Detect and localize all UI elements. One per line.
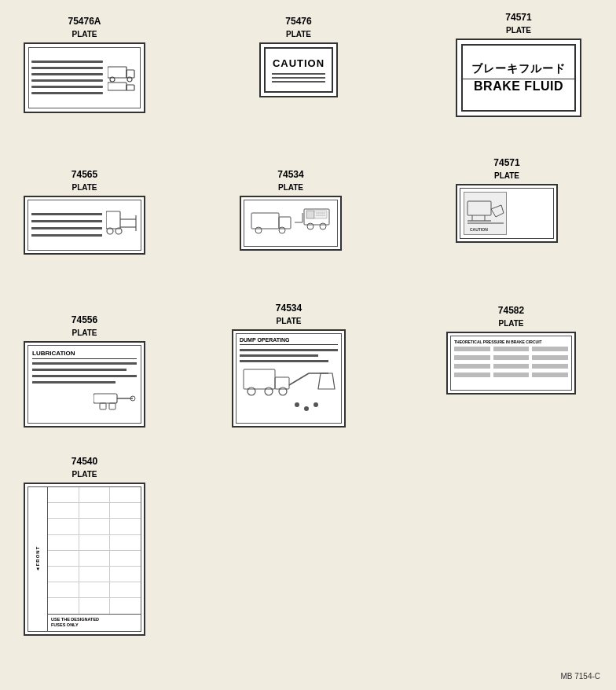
part-label-74571-small: 74571 PLATE <box>493 157 519 181</box>
l4 <box>31 234 102 237</box>
svg-rect-36 <box>244 369 275 389</box>
svg-point-27 <box>320 223 326 229</box>
svg-point-21 <box>279 227 285 233</box>
fc22 <box>48 598 79 613</box>
plate-75476a <box>24 42 145 113</box>
dump-l3 <box>240 360 328 362</box>
part-label-74534-top: 74534 PLATE <box>277 169 303 193</box>
svg-rect-5 <box>126 85 134 90</box>
p-cell9 <box>532 364 568 369</box>
p-cell8 <box>493 364 530 369</box>
fuse-row6 <box>48 567 141 582</box>
plate-74571-small-inner: CAUTION <box>460 188 554 239</box>
fc23 <box>79 598 111 613</box>
caution-line1 <box>272 73 324 75</box>
plate-74540: ◄FRONT <box>24 483 145 636</box>
fc8 <box>79 519 111 534</box>
part-group-74571-small: 74571 PLATE CAUTION <box>456 157 558 243</box>
fc3 <box>110 487 141 502</box>
plate-75476-inner: CAUTION <box>264 47 333 93</box>
part-group-74540: 74540 PLATE ◄FRONT <box>24 456 145 636</box>
fc5 <box>79 503 111 518</box>
fc2 <box>79 487 111 502</box>
p-cell5 <box>493 355 530 360</box>
part-label-74556: 74556 PLATE <box>72 314 97 338</box>
forklift-icon <box>106 207 138 239</box>
part-label-75476a: 75476A PLATE <box>68 16 101 39</box>
part-label-74540: 74540 PLATE <box>72 456 97 479</box>
fuse-row1 <box>48 487 141 503</box>
line4 <box>31 79 103 82</box>
plate-74582-inner: THEORETICAL PRESSURE IN BRAKE CIRCUIT <box>450 336 572 391</box>
fc12 <box>110 535 141 550</box>
page: 75476A PLATE <box>0 0 616 690</box>
caution-label: CAUTION <box>273 57 324 69</box>
svg-rect-34 <box>109 403 116 409</box>
brake-fluid-en-label: BRAKE FLUID <box>474 79 563 94</box>
svg-rect-1 <box>126 70 134 78</box>
line5 <box>31 86 103 88</box>
fc19 <box>48 582 79 597</box>
fc13 <box>48 551 79 566</box>
plate-74571-small: CAUTION <box>456 184 558 243</box>
lubrication-title: LUBRICATION <box>32 350 137 359</box>
svg-point-20 <box>255 227 262 233</box>
part-label-74571-large: 74571 PLATE <box>505 12 531 35</box>
fuse-row5 <box>48 551 141 567</box>
plate-75476a-lines <box>31 61 103 94</box>
fc7 <box>48 519 79 534</box>
dump-operating-svg <box>242 365 336 420</box>
svg-rect-33 <box>100 403 106 409</box>
fuse-warning: USE THE DESIGNATED FUSES ONLY <box>48 615 141 631</box>
p-cell6 <box>532 355 568 360</box>
front-label: ◄FRONT <box>35 546 40 572</box>
plate-74571-large: ブレーキフルード BRAKE FLUID <box>456 39 581 117</box>
part-label-75476: 75476 PLATE <box>285 16 311 39</box>
part-label-74565: 74565 PLATE <box>72 169 97 193</box>
fuse-row8 <box>48 598 141 613</box>
fc20 <box>79 582 111 597</box>
svg-rect-0 <box>108 67 126 78</box>
plate-74540-inner: ◄FRONT <box>28 486 141 632</box>
p-cell4 <box>454 355 490 360</box>
fc10 <box>48 535 79 550</box>
dump-truck-icon <box>248 201 334 244</box>
part-group-75476: 75476 PLATE CAUTION <box>259 16 338 97</box>
fc11 <box>79 535 111 550</box>
p-cell12 <box>532 373 568 377</box>
fc6 <box>110 503 141 518</box>
dump-content <box>240 349 338 420</box>
caution-line3 <box>272 81 324 83</box>
p-cell1 <box>454 347 490 351</box>
fuse-row7 <box>48 582 141 598</box>
plate-75476: CAUTION <box>259 42 338 97</box>
line1 <box>31 61 103 63</box>
svg-point-43 <box>295 402 299 407</box>
pressure-lines <box>454 347 568 377</box>
plate-74534-top-inner <box>244 200 338 247</box>
svg-rect-19 <box>279 217 291 229</box>
dump-l1 <box>240 349 338 351</box>
part-group-74556: 74556 PLATE LUBRICATION <box>24 314 145 428</box>
fuse-row4 <box>48 535 141 551</box>
pressure-row1 <box>454 347 568 351</box>
fc14 <box>79 551 111 566</box>
p-cell2 <box>493 347 530 351</box>
part-group-74534-top: 74534 PLATE <box>240 169 342 251</box>
svg-rect-31 <box>94 394 117 403</box>
plate-74565 <box>24 196 145 255</box>
front-col: ◄FRONT <box>28 487 48 631</box>
lub-icon-row <box>32 387 137 411</box>
svg-rect-25 <box>306 211 314 218</box>
fuse-row2 <box>48 503 141 519</box>
plate-74571-large-inner: ブレーキフルード BRAKE FLUID <box>461 44 576 112</box>
fc9 <box>110 519 141 534</box>
plate-74571-small-icon: CAUTION <box>464 192 507 235</box>
p-cell7 <box>454 364 490 369</box>
fc24 <box>110 598 141 613</box>
p-cell3 <box>532 347 568 351</box>
fuse-row3 <box>48 519 141 534</box>
line6 <box>31 92 103 94</box>
machinery-icon: CAUTION <box>466 193 505 233</box>
part-group-75476a: 75476A PLATE <box>24 16 145 113</box>
